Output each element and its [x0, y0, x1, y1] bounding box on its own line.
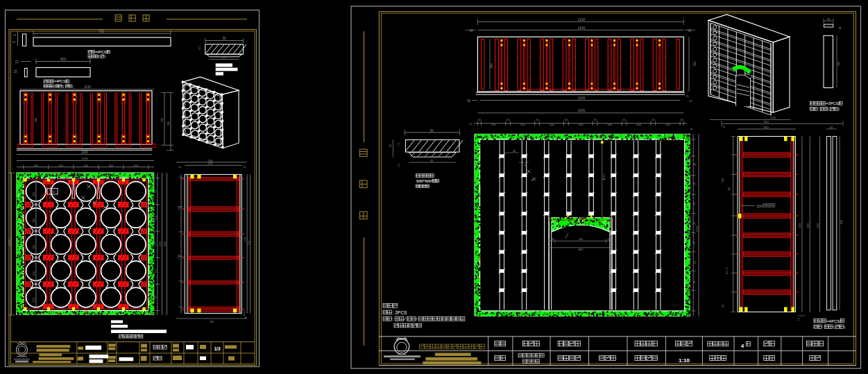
svg-text:15: 15 [478, 118, 482, 121]
svg-text:16: 16 [690, 128, 693, 130]
svg-text:1160: 1160 [81, 151, 88, 154]
svg-text:15: 15 [244, 316, 247, 319]
svg-text:28: 28 [694, 222, 697, 225]
svg-text:1160: 1160 [578, 96, 586, 100]
svg-text:1210: 1210 [8, 239, 11, 246]
svg-text:1210: 1210 [158, 241, 162, 248]
svg-text:15: 15 [469, 29, 473, 33]
svg-text:42: 42 [728, 187, 731, 190]
svg-text:15: 15 [797, 318, 800, 321]
svg-text:28: 28 [607, 238, 610, 241]
svg-text:28: 28 [694, 182, 697, 185]
svg-text:50: 50 [830, 126, 833, 129]
svg-text:=4PCS/: =4PCS/ [54, 79, 67, 83]
svg-text:105: 105 [491, 123, 496, 126]
svg-text:380: 380 [34, 117, 37, 122]
svg-text:15: 15 [688, 29, 692, 33]
svg-text:15: 15 [243, 165, 246, 169]
svg-text:=4PCS/: =4PCS/ [95, 50, 108, 54]
svg-text:64: 64 [513, 150, 516, 153]
svg-text:150: 150 [178, 206, 180, 210]
svg-text:3MM*9MM*-: 3MM*9MM*- [416, 180, 434, 183]
svg-text:1130: 1130 [578, 17, 586, 22]
svg-text:15: 15 [469, 122, 473, 126]
svg-text:350: 350 [32, 297, 35, 302]
svg-text:1130: 1130 [84, 85, 91, 89]
svg-text:30: 30 [429, 129, 434, 133]
svg-text:(: ( [833, 325, 835, 329]
svg-text:300: 300 [763, 126, 769, 129]
svg-text:110: 110 [108, 164, 113, 167]
svg-text:110: 110 [33, 164, 38, 167]
svg-text:30: 30 [467, 99, 471, 103]
svg-text:150: 150 [50, 190, 56, 194]
svg-text:2.5: 2.5 [398, 164, 400, 167]
svg-text:=4PCS/: =4PCS/ [826, 319, 841, 323]
svg-text:350: 350 [160, 117, 164, 122]
svg-text:25: 25 [223, 56, 226, 59]
svg-text:104: 104 [578, 123, 583, 126]
svg-text:20: 20 [565, 118, 568, 121]
svg-text:105: 105 [665, 123, 670, 126]
svg-text:25: 25 [430, 159, 434, 162]
svg-text:1:10: 1:10 [679, 357, 690, 364]
svg-text:20: 20 [593, 118, 597, 121]
svg-text:300: 300 [60, 57, 67, 61]
svg-text:20: 20 [622, 118, 626, 121]
svg-text:603: 603 [816, 223, 819, 228]
svg-text:20: 20 [507, 118, 510, 121]
svg-text:350: 350 [32, 271, 35, 275]
svg-text:15: 15 [686, 95, 688, 98]
svg-text:20: 20 [652, 118, 655, 121]
svg-text:240: 240 [210, 320, 214, 323]
svg-text:200: 200 [756, 204, 763, 208]
svg-text:310: 310 [693, 61, 697, 67]
svg-text:360: 360 [837, 61, 840, 66]
svg-text:1140: 1140 [770, 116, 776, 119]
svg-text:28: 28 [694, 163, 697, 166]
svg-text:523: 523 [721, 178, 724, 182]
svg-text:/: / [416, 316, 418, 321]
svg-text:28: 28 [694, 203, 697, 205]
svg-text:204: 204 [579, 238, 583, 241]
svg-text:25: 25 [13, 33, 17, 37]
svg-text:/: / [405, 316, 406, 321]
svg-text:28: 28 [551, 238, 554, 241]
svg-text:715: 715 [247, 240, 250, 245]
svg-text:50: 50 [827, 17, 831, 21]
svg-text:=3PCS/: =3PCS/ [826, 101, 840, 105]
svg-text:104: 104 [550, 123, 554, 126]
svg-text:104: 104 [636, 123, 641, 126]
svg-text:104: 104 [607, 123, 612, 126]
svg-text:25: 25 [524, 164, 527, 167]
svg-text:: 2PCS: : 2PCS [393, 310, 407, 315]
svg-text:(: ( [828, 107, 830, 111]
svg-text:1140: 1140 [578, 26, 586, 30]
svg-text:25: 25 [13, 70, 17, 74]
svg-text:110: 110 [83, 164, 88, 167]
svg-text:1160: 1160 [578, 108, 586, 112]
svg-text:15: 15 [178, 165, 182, 169]
svg-text:20: 20 [536, 118, 539, 121]
svg-text:60: 60 [12, 40, 16, 44]
svg-text:862: 862 [578, 248, 583, 251]
svg-text:110: 110 [58, 164, 63, 167]
svg-text:110: 110 [133, 164, 138, 167]
svg-text:40: 40 [689, 99, 692, 103]
svg-text:150: 150 [178, 255, 180, 259]
svg-text:310: 310 [763, 120, 769, 124]
svg-text:50: 50 [389, 144, 392, 147]
svg-text:583: 583 [806, 223, 810, 228]
svg-text::: : [393, 316, 394, 321]
svg-text:417.5: 417.5 [725, 266, 729, 274]
svg-text:350: 350 [32, 218, 35, 223]
svg-text:)(: )( [62, 85, 65, 88]
svg-text:1260: 1260 [163, 241, 167, 248]
svg-text:28: 28 [694, 281, 697, 284]
svg-text:350: 350 [32, 192, 35, 196]
svg-text:110: 110 [154, 295, 158, 300]
svg-text:28: 28 [694, 262, 697, 264]
svg-text:15: 15 [15, 60, 19, 64]
svg-text:50: 50 [722, 305, 724, 307]
svg-text:): ) [838, 107, 840, 111]
